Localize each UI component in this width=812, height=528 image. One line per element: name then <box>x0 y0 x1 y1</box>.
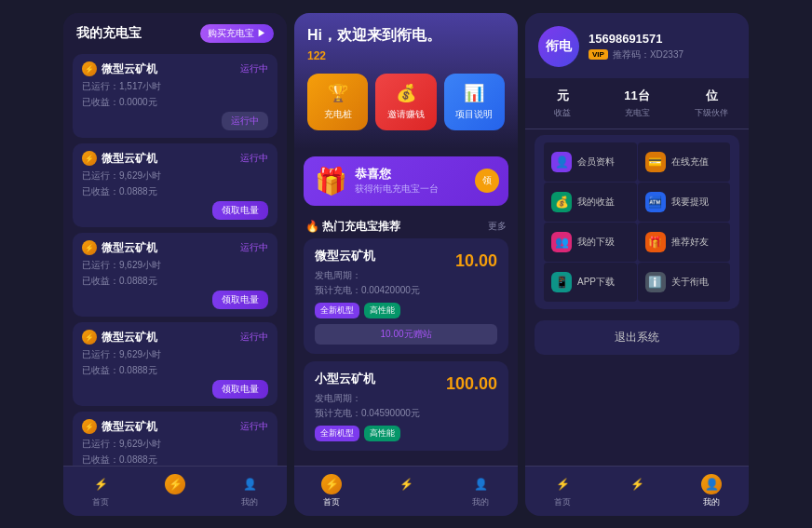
nav-label: 首页 <box>323 496 340 508</box>
menu-icon: 🎁 <box>645 232 666 252</box>
product-detail2: 预计充电：0.04590000元 <box>315 407 497 420</box>
device-action-button[interactable]: 领取电量 <box>212 291 268 309</box>
left-nav-item-1[interactable]: ⚡ <box>165 474 185 508</box>
buy-button[interactable]: 购买充电宝 ▶ <box>200 24 274 43</box>
menu-icon: 👤 <box>551 152 572 172</box>
device-card: ⚡ 微型云矿机 运行中 已运行：1,517小时 已收益：0.0000元 运行中 <box>73 54 277 138</box>
device-status: 运行中 <box>240 62 268 75</box>
menu-label: 我的下级 <box>577 236 615 249</box>
device-status: 运行中 <box>240 152 268 165</box>
product-price: 100.00 <box>446 374 497 394</box>
stat-item-1: 11台 充电宝 <box>600 88 674 119</box>
right-nav-item-2[interactable]: 👤 我的 <box>701 474 722 508</box>
product-tag[interactable]: 高性能 <box>364 426 400 441</box>
quick-action-2[interactable]: 📊 项目说明 <box>444 74 505 130</box>
stat-value: 11台 <box>624 88 649 104</box>
avatar: 衔电 <box>538 26 579 67</box>
menu-label: 关于衔电 <box>671 276 709 289</box>
product-tag[interactable]: 全新机型 <box>315 426 359 441</box>
device-runtime: 已运行：9,629小时 <box>82 259 268 272</box>
mid-panel: Hi，欢迎来到衔电。 122 🏆 充电桩 💰 邀请赚钱 📊 项目说明 🎁 恭喜您… <box>294 13 518 516</box>
menu-item-2[interactable]: 💰 我的收益 <box>544 183 637 222</box>
profile-info: 15698691571 VIP 推荐码：XD2337 <box>589 32 736 61</box>
nav-icon: 👤 <box>701 474 722 494</box>
qa-label: 邀请赚钱 <box>387 108 425 121</box>
product-detail1: 发电周期： <box>315 392 497 405</box>
congrats-banner: 🎁 恭喜您 获得衔电充电宝一台 领 <box>304 156 508 206</box>
menu-item-0[interactable]: 👤 会员资料 <box>544 142 637 182</box>
right-nav-item-0[interactable]: ⚡ 首页 <box>552 474 573 508</box>
quick-actions: 🏆 充电桩 💰 邀请赚钱 📊 项目说明 <box>307 74 505 130</box>
left-nav-item-2[interactable]: 👤 我的 <box>239 474 260 508</box>
device-earnings: 已收益：0.0888元 <box>82 364 268 377</box>
menu-icon: ℹ️ <box>645 272 666 292</box>
device-icon: ⚡ <box>82 61 97 76</box>
nav-label: 首页 <box>554 496 571 508</box>
menu-icon: 📱 <box>551 272 572 292</box>
device-card: ⚡ 微型云矿机 运行中 已运行：9,629小时 已收益：0.0888元 领取电量 <box>73 412 277 466</box>
stat-label: 充电宝 <box>625 107 650 119</box>
stat-value: 元 <box>557 88 569 104</box>
more-link[interactable]: 更多 <box>488 220 507 233</box>
menu-icon: 🏧 <box>645 192 666 212</box>
stat-label: 下级伙伴 <box>695 107 728 119</box>
device-card: ⚡ 微型云矿机 运行中 已运行：9,629小时 已收益：0.0888元 领取电量 <box>73 233 277 317</box>
right-nav-item-1[interactable]: ⚡ <box>627 474 647 508</box>
device-card: ⚡ 微型云矿机 运行中 已运行：9,629小时 已收益：0.0888元 领取电量 <box>73 322 277 406</box>
device-icon: ⚡ <box>82 419 97 434</box>
menu-item-6[interactable]: 📱 APP下载 <box>544 263 637 302</box>
device-runtime: 已运行：1,517小时 <box>82 80 268 93</box>
product-detail1: 发电周期： <box>315 269 497 282</box>
menu-icon: 💳 <box>645 152 666 172</box>
device-earnings: 已收益：0.0000元 <box>82 96 268 109</box>
device-name-label: 微型云矿机 <box>102 151 157 167</box>
menu-item-1[interactable]: 💳 在线充值 <box>638 142 731 182</box>
mid-nav-item-2[interactable]: 👤 我的 <box>470 474 491 508</box>
menu-item-4[interactable]: 👥 我的下级 <box>544 223 637 262</box>
stats-row: 元 收益 11台 充电宝 位 下级伙伴 <box>525 78 749 129</box>
menu-item-3[interactable]: 🏧 我要提现 <box>638 183 731 222</box>
device-name-label: 微型云矿机 <box>102 330 157 345</box>
device-action-button[interactable]: 领取电量 <box>212 380 268 399</box>
nav-icon: 👤 <box>239 474 260 494</box>
device-earnings: 已收益：0.0888元 <box>82 185 268 198</box>
product-price: 10.00 <box>455 251 497 271</box>
congrats-emoji: 🎁 <box>315 166 347 196</box>
congrats-collect-button[interactable]: 领 <box>475 169 499 193</box>
mid-nav-item-1[interactable]: ⚡ <box>396 474 416 508</box>
menu-item-7[interactable]: ℹ️ 关于衔电 <box>638 263 731 302</box>
qa-label: 项目说明 <box>455 108 493 121</box>
quick-action-0[interactable]: 🏆 充电桩 <box>307 74 368 130</box>
point-count: 122 <box>307 49 505 62</box>
menu-label: 会员资料 <box>577 156 615 169</box>
left-bottom-nav: ⚡ 首页 ⚡ 👤 我的 <box>63 466 287 516</box>
mid-bottom-nav: ⚡ 首页 ⚡ 👤 我的 <box>294 466 518 516</box>
left-nav-item-0[interactable]: ⚡ 首页 <box>90 474 111 508</box>
qa-label: 充电桩 <box>324 108 352 121</box>
device-icon: ⚡ <box>82 330 97 345</box>
product-card: 小型云矿机 发电周期： 预计充电：0.04590000元 100.00 全新机型… <box>304 361 508 451</box>
stat-label: 收益 <box>554 107 571 119</box>
device-action-button[interactable]: 领取电量 <box>212 201 268 220</box>
product-tag[interactable]: 全新机型 <box>315 303 359 318</box>
quick-action-1[interactable]: 💰 邀请赚钱 <box>375 74 436 130</box>
device-status: 运行中 <box>240 420 268 433</box>
nav-icon: ⚡ <box>552 474 573 494</box>
left-header: 我的充电宝 购买充电宝 ▶ <box>63 13 287 50</box>
device-action-button[interactable]: 运行中 <box>222 112 268 130</box>
menu-label: APP下载 <box>577 276 615 289</box>
device-list: ⚡ 微型云矿机 运行中 已运行：1,517小时 已收益：0.0000元 运行中 … <box>63 50 287 466</box>
product-footer: 10.00元赠站 <box>315 324 497 345</box>
device-card: ⚡ 微型云矿机 运行中 已运行：9,629小时 已收益：0.0888元 领取电量 <box>73 143 277 227</box>
menu-item-5[interactable]: 🎁 推荐好友 <box>638 223 731 262</box>
nav-icon: ⚡ <box>396 474 416 494</box>
mid-nav-item-0[interactable]: ⚡ 首页 <box>321 474 342 508</box>
logout-button[interactable]: 退出系统 <box>535 320 739 355</box>
device-name-label: 微型云矿机 <box>102 419 157 435</box>
menu-label: 我要提现 <box>671 196 709 209</box>
device-runtime: 已运行：9,629小时 <box>82 348 268 361</box>
product-tag[interactable]: 高性能 <box>364 303 400 318</box>
congrats-title: 恭喜您 <box>355 166 439 183</box>
device-status: 运行中 <box>240 331 268 344</box>
qa-icon: 📊 <box>464 83 484 103</box>
